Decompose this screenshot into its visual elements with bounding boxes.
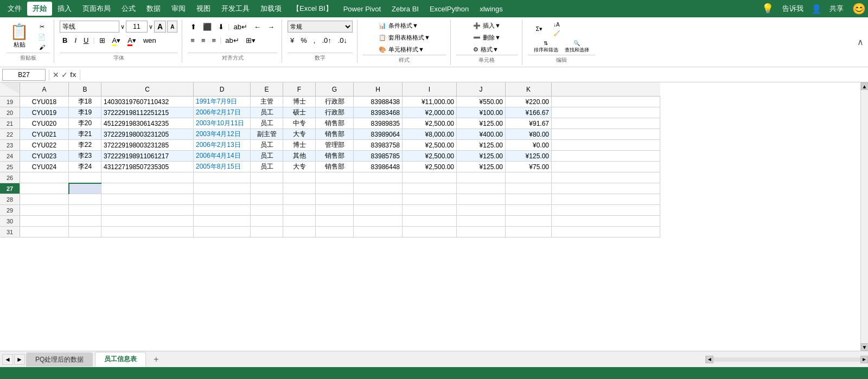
cell-G19[interactable]: 行政部 (316, 97, 354, 107)
cell-G30[interactable] (316, 216, 354, 227)
cell-K22[interactable]: ¥80.00 (506, 129, 552, 140)
menu-file[interactable]: 文件 (2, 2, 27, 16)
text-direction-button[interactable]: ab↵ (231, 21, 250, 33)
cell-J27[interactable] (457, 183, 506, 194)
menu-xlwings[interactable]: xlwings (474, 3, 508, 15)
cell-E22[interactable]: 副主管 (251, 129, 283, 140)
cell-B27[interactable] (69, 183, 101, 194)
conditional-format-button[interactable]: 📊 条件格式▼ (376, 21, 432, 31)
row-header-20[interactable]: 20 (0, 107, 20, 118)
row-header-25[interactable]: 25 (0, 162, 20, 172)
cell-I29[interactable] (403, 205, 457, 216)
cell-G20[interactable]: 行政部 (316, 107, 354, 118)
scroll-right-button[interactable]: ► (860, 356, 868, 363)
cell-D20[interactable]: 2006年2月17日 (194, 107, 251, 118)
decimal-decrease-button[interactable]: .0↓ (335, 34, 350, 46)
col-header-C[interactable]: C (101, 82, 194, 97)
cell-G27[interactable] (316, 183, 354, 194)
percent-button[interactable]: % (298, 34, 310, 46)
cell-J30[interactable] (457, 216, 506, 227)
confirm-icon[interactable]: ✓ (61, 70, 68, 79)
font-size-input[interactable] (126, 21, 148, 33)
find-select-button[interactable]: 🔍 查找和选择 (563, 39, 591, 55)
cell-A27[interactable] (20, 183, 69, 194)
insert-cells-button[interactable]: ➕ 插入▼ (471, 21, 503, 31)
scroll-tabs-left-button[interactable]: ◄ (2, 354, 13, 365)
merge-center-button[interactable]: ⊞▾ (243, 34, 258, 46)
indent-increase-button[interactable]: → (265, 21, 277, 33)
col-header-I[interactable]: I (403, 82, 457, 97)
cell-J21[interactable]: ¥125.00 (457, 118, 506, 129)
cell-E25[interactable]: 员工 (251, 162, 283, 172)
cell-D30[interactable] (194, 216, 251, 227)
cell-J25[interactable]: ¥125.00 (457, 162, 506, 172)
cell-H31[interactable] (354, 227, 403, 237)
cell-J22[interactable]: ¥400.00 (457, 129, 506, 140)
cell-G31[interactable] (316, 227, 354, 237)
cell-A19[interactable]: CYU018 (20, 97, 69, 107)
cell-D24[interactable]: 2006年4月14日 (194, 151, 251, 162)
row-header-29[interactable]: 29 (0, 205, 20, 216)
sheet-tab-employee[interactable]: 员工信息表 (95, 352, 146, 367)
cell-B21[interactable]: 李20 (69, 118, 101, 129)
cell-K27[interactable] (506, 183, 552, 194)
cell-A30[interactable] (20, 216, 69, 227)
formula-input[interactable] (84, 69, 866, 81)
border-button[interactable]: ⊞ (97, 34, 108, 46)
cell-D27[interactable] (194, 183, 251, 194)
cell-E21[interactable]: 员工 (251, 118, 283, 129)
add-sheet-button[interactable]: + (148, 352, 164, 367)
cell-G26[interactable] (316, 172, 354, 183)
cell-H26[interactable] (354, 172, 403, 183)
cell-F30[interactable] (283, 216, 316, 227)
scroll-up-button[interactable]: ▲ (861, 82, 869, 90)
cell-C23[interactable]: 372229198003231285 (101, 140, 194, 151)
cell-K21[interactable]: ¥91.67 (506, 118, 552, 129)
cell-K24[interactable]: ¥125.00 (506, 151, 552, 162)
autosum-button[interactable]: Σ▾ (532, 24, 547, 34)
cell-K29[interactable] (506, 205, 552, 216)
cell-C30[interactable] (101, 216, 194, 227)
cell-B25[interactable]: 李24 (69, 162, 101, 172)
scroll-tabs-right-button[interactable]: ► (14, 354, 25, 365)
cell-C25[interactable]: 431227198507235305 (101, 162, 194, 172)
cell-F22[interactable]: 大专 (283, 129, 316, 140)
menu-excel-bi[interactable]: 【Excel BI】 (287, 2, 338, 16)
underline-button[interactable]: U (81, 34, 91, 46)
cell-H19[interactable]: 83988438 (354, 97, 403, 107)
menu-addins[interactable]: 加载项 (255, 2, 287, 16)
function-icon[interactable]: fx (70, 70, 76, 79)
number-format-select[interactable]: 常规 数值 货币 日期 文本 (288, 21, 353, 33)
table-style-button[interactable]: 📋 套用表格格式▼ (376, 33, 432, 43)
font-name-input[interactable] (60, 21, 119, 33)
cell-K25[interactable]: ¥75.00 (506, 162, 552, 172)
cell-I27[interactable] (403, 183, 457, 194)
cell-F20[interactable]: 硕士 (283, 107, 316, 118)
col-header-K[interactable]: K (506, 82, 552, 97)
cell-C22[interactable]: 372229198003231205 (101, 129, 194, 140)
cell-E26[interactable] (251, 172, 283, 183)
cell-G25[interactable]: 销售部 (316, 162, 354, 172)
row-header-24[interactable]: 24 (0, 151, 20, 162)
cell-E27[interactable] (251, 183, 283, 194)
align-top-button[interactable]: ⬆ (188, 21, 199, 33)
cell-A24[interactable]: CYU023 (20, 151, 69, 162)
row-header-21[interactable]: 21 (0, 118, 20, 129)
cell-H22[interactable]: 83989064 (354, 129, 403, 140)
cell-J24[interactable]: ¥125.00 (457, 151, 506, 162)
cell-D19[interactable]: 1991年7月9日 (194, 97, 251, 107)
font-decrease-button[interactable]: A (167, 21, 177, 33)
currency-button[interactable]: ¥ (288, 34, 297, 46)
cell-C24[interactable]: 372229198911061217 (101, 151, 194, 162)
col-header-J[interactable]: J (457, 82, 506, 97)
scroll-down-button[interactable]: ▼ (861, 343, 869, 351)
menu-insert[interactable]: 插入 (52, 2, 77, 16)
ribbon-collapse-button[interactable]: ∧ (857, 37, 864, 47)
format-painter-button[interactable]: 🖌 (34, 43, 49, 52)
cell-D31[interactable] (194, 227, 251, 237)
menu-developer[interactable]: 开发工具 (216, 2, 255, 16)
cell-I26[interactable] (403, 172, 457, 183)
cell-A25[interactable]: CYU024 (20, 162, 69, 172)
col-header-D[interactable]: D (194, 82, 251, 97)
cell-B20[interactable]: 李19 (69, 107, 101, 118)
